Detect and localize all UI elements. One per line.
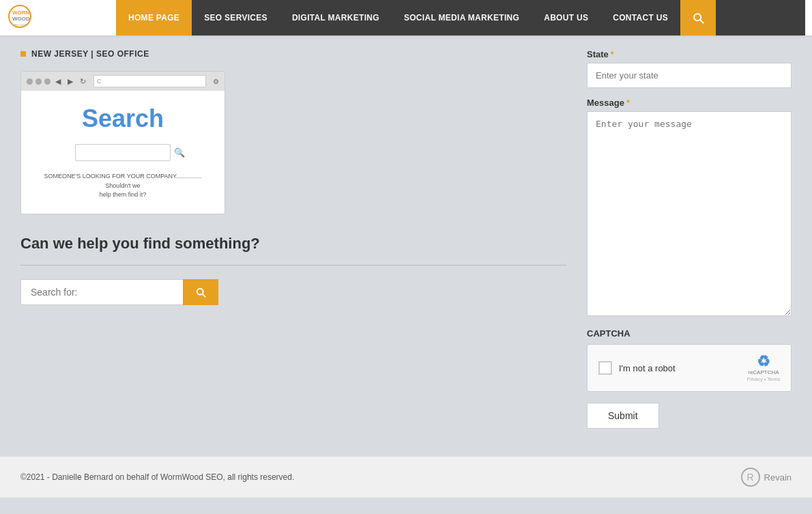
left-content: NEW JERSEY | SEO OFFICE ◀ ▶ ↻ C ⚙ Search (20, 49, 587, 429)
browser-bar: ◀ ▶ ↻ C ⚙ (21, 72, 224, 91)
footer-revain-logo: R Revain (741, 468, 792, 487)
svg-text:WORM: WORM (12, 10, 31, 16)
footer-copyright: ©2021 - Danielle Bernard on behalf of Wo… (20, 472, 294, 482)
right-sidebar: State* Message* CAPTCHA I'm not a robot … (587, 49, 792, 429)
svg-text:seo.com: seo.com (12, 23, 28, 27)
captcha-brand: reCAPTCHA (747, 369, 780, 375)
search-input[interactable] (20, 279, 183, 305)
browser-dot-3 (44, 78, 50, 85)
nav-home[interactable]: HOME PAGE (116, 0, 192, 35)
svg-text:WOOD: WOOD (12, 16, 30, 22)
nav-seo[interactable]: SEO SERVICES (192, 0, 280, 35)
browser-refresh[interactable]: ↻ (78, 77, 88, 86)
breadcrumb: NEW JERSEY | SEO OFFICE (20, 49, 566, 59)
browser-dot-2 (35, 78, 42, 85)
breadcrumb-dot (20, 51, 26, 57)
captcha-text: I'm not a robot (619, 363, 676, 373)
revain-icon: R (741, 468, 760, 487)
browser-forward[interactable]: ▶ (66, 77, 75, 86)
nav-social[interactable]: SOCIAL MEDIA MARKETING (392, 0, 532, 35)
browser-mockup: ◀ ▶ ↻ C ⚙ Search 🔍 SOMEONE'S LOOKING FOR… (20, 71, 225, 214)
captcha-right: ♻ reCAPTCHA Privacy • Terms (747, 354, 780, 382)
search-heading: Can we help you find something? (20, 235, 566, 253)
search-divider (20, 265, 566, 266)
form-group-state: State* (587, 49, 792, 88)
browser-back[interactable]: ◀ (53, 77, 63, 86)
revain-label: Revain (764, 472, 792, 483)
browser-search-title: Search (35, 104, 211, 133)
nav-digital[interactable]: DIGITAL MARKETING (280, 0, 392, 35)
logo[interactable]: WORM WOOD seo.com (7, 3, 116, 32)
recaptcha-logo: ♻ (747, 354, 780, 369)
browser-url-bar[interactable]: C (93, 75, 206, 87)
message-textarea[interactable] (587, 111, 792, 316)
nav-contact[interactable]: CONTACT US (600, 0, 680, 35)
captcha-box: I'm not a robot ♻ reCAPTCHA Privacy • Te… (587, 344, 792, 392)
submit-button[interactable]: Submit (587, 403, 659, 429)
nav-search-button[interactable] (680, 0, 716, 35)
captcha-checkbox[interactable] (598, 361, 612, 375)
browser-dot-1 (27, 78, 33, 85)
browser-search-input[interactable] (80, 149, 174, 157)
main-nav: HOME PAGE SEO SERVICES DIGITAL MARKETING… (116, 0, 805, 35)
form-group-message: Message* (587, 98, 792, 319)
state-label: State* (587, 49, 792, 59)
search-button[interactable] (183, 279, 218, 305)
browser-caption: SOMEONE'S LOOKING FOR YOUR COMPANY......… (35, 172, 211, 200)
message-label: Message* (587, 98, 792, 108)
breadcrumb-text: NEW JERSEY | SEO OFFICE (31, 49, 149, 59)
browser-search-icon: 🔍 (174, 147, 185, 158)
footer: ©2021 - Danielle Bernard on behalf of Wo… (0, 456, 812, 498)
browser-body: Search 🔍 SOMEONE'S LOOKING FOR YOUR COMP… (21, 91, 224, 214)
header: WORM WOOD seo.com HOME PAGE SEO SERVICES… (0, 0, 812, 35)
state-input[interactable] (587, 63, 792, 88)
search-bar-container (20, 279, 218, 305)
captcha-left: I'm not a robot (598, 361, 676, 375)
main-container: NEW JERSEY | SEO OFFICE ◀ ▶ ↻ C ⚙ Search (0, 35, 812, 442)
browser-settings: ⚙ (213, 78, 219, 85)
captcha-links: Privacy • Terms (747, 377, 780, 382)
browser-search-bar: 🔍 (75, 144, 171, 161)
nav-about[interactable]: ABOUT US (532, 0, 600, 35)
captcha-label: CAPTCHA (587, 328, 792, 339)
